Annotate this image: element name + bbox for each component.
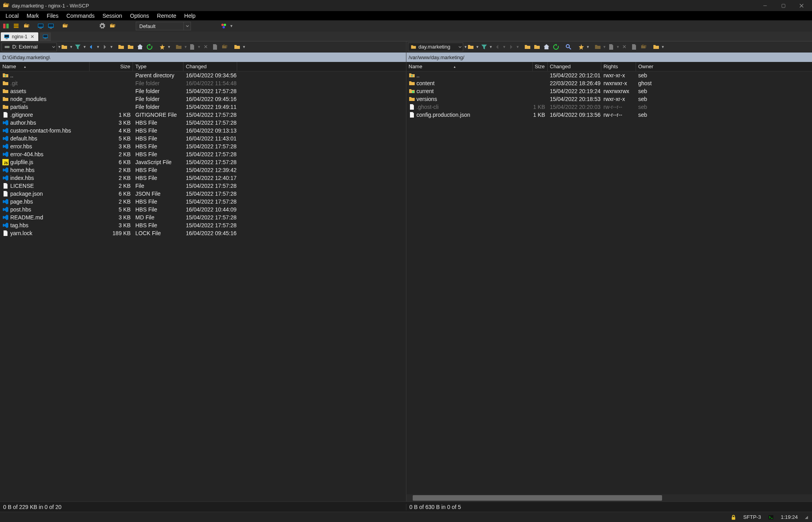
remote-parent-button[interactable] bbox=[523, 43, 532, 51]
compare-button[interactable] bbox=[22, 22, 31, 30]
file-row[interactable]: ..Parent directory16/04/2022 09:34:56 bbox=[0, 71, 406, 79]
terminal-indicator[interactable] bbox=[768, 515, 774, 520]
new-session-button[interactable] bbox=[40, 32, 51, 41]
remote-path: /var/www/day.marketing/ bbox=[409, 54, 464, 60]
file-row[interactable]: .ghost-cli1 KB15/04/2022 20:20:03rw-r--r… bbox=[406, 103, 812, 111]
sync-button[interactable] bbox=[2, 22, 10, 30]
queue-button[interactable] bbox=[12, 22, 21, 30]
cell-size: 2 KB bbox=[90, 167, 133, 173]
remote-newdir-button[interactable] bbox=[652, 43, 660, 51]
menu-mark[interactable]: Mark bbox=[22, 11, 43, 20]
local-bookmark-button[interactable] bbox=[158, 43, 167, 51]
minimize-button[interactable]: ─ bbox=[756, 0, 774, 11]
remote-hscrollbar[interactable] bbox=[406, 494, 812, 501]
file-row[interactable]: .gitFile folder16/04/2022 11:54:48 bbox=[0, 79, 406, 87]
menu-remote[interactable]: Remote bbox=[153, 11, 180, 20]
local-forward-button[interactable] bbox=[100, 43, 109, 51]
local-newdir-button[interactable] bbox=[233, 43, 241, 51]
explorer-button[interactable] bbox=[47, 22, 55, 30]
file-row[interactable]: partialsFile folder15/04/2022 19:49:11 bbox=[0, 103, 406, 111]
local-parent-button[interactable] bbox=[117, 43, 125, 51]
scrollbar-thumb[interactable] bbox=[413, 495, 662, 501]
cell-changed: 15/04/2022 17:57:28 bbox=[183, 198, 237, 205]
commander-button[interactable] bbox=[36, 22, 45, 30]
preferences-button[interactable] bbox=[98, 22, 107, 30]
remote-col-name[interactable]: Name▴ bbox=[406, 62, 533, 71]
remote-drive-dropdown[interactable]: day.marketing bbox=[408, 43, 463, 51]
file-row[interactable]: error.hbs3 KBHBS File15/04/2022 17:57:28 bbox=[0, 142, 406, 150]
file-icon bbox=[2, 183, 9, 189]
file-row[interactable]: ..15/04/2022 20:12:01rwxr-xr-xseb bbox=[406, 71, 812, 79]
file-row[interactable]: home.hbs2 KBHBS File15/04/2022 12:39:42 bbox=[0, 166, 406, 174]
file-row[interactable]: error-404.hbs2 KBHBS File15/04/2022 17:5… bbox=[0, 150, 406, 158]
remote-open-folder-button[interactable] bbox=[466, 43, 475, 51]
menu-local[interactable]: Local bbox=[2, 11, 22, 20]
remote-refresh-button[interactable] bbox=[552, 43, 560, 51]
local-open-folder-button[interactable] bbox=[60, 43, 69, 51]
maximize-button[interactable]: ▢ bbox=[774, 0, 792, 11]
remote-root-button[interactable] bbox=[533, 43, 541, 51]
file-row[interactable]: LICENSE2 KBFile15/04/2022 17:57:28 bbox=[0, 182, 406, 190]
menu-help[interactable]: Help bbox=[180, 11, 200, 20]
remote-col-owner[interactable]: Owner bbox=[636, 62, 668, 71]
local-filter-button[interactable] bbox=[73, 43, 82, 51]
remote-col-size[interactable]: Size bbox=[533, 62, 548, 71]
file-row[interactable]: current15/04/2022 20:19:24rwxrwxrwxseb bbox=[406, 87, 812, 95]
local-file-list[interactable]: ..Parent directory16/04/2022 09:34:56.gi… bbox=[0, 71, 406, 501]
local-path-bar[interactable]: D:\Git\day.marketing\ bbox=[0, 52, 406, 62]
file-row[interactable]: post.hbs5 KBHBS File16/04/2022 10:44:09 bbox=[0, 206, 406, 213]
local-col-size[interactable]: Size bbox=[90, 62, 133, 71]
file-row[interactable]: node_modulesFile folder16/04/2022 09:45:… bbox=[0, 95, 406, 103]
transfer-preset-combo[interactable]: Default bbox=[136, 22, 191, 30]
file-row[interactable]: assetsFile folder15/04/2022 17:57:28 bbox=[0, 87, 406, 95]
file-row[interactable]: tag.hbs3 KBHBS File15/04/2022 17:57:28 bbox=[0, 221, 406, 229]
local-root-button[interactable] bbox=[126, 43, 135, 51]
local-col-changed[interactable]: Changed bbox=[183, 62, 237, 71]
file-row[interactable]: package.json6 KBJSON File15/04/2022 17:5… bbox=[0, 190, 406, 198]
remote-col-rights[interactable]: Rights bbox=[601, 62, 636, 71]
menu-options[interactable]: Options bbox=[126, 11, 153, 20]
cell-changed: 16/04/2022 09:13:13 bbox=[183, 127, 237, 134]
remote-file-list[interactable]: ..15/04/2022 20:12:01rwxr-xr-xsebcontent… bbox=[406, 71, 812, 501]
remote-path-bar[interactable]: /var/www/day.marketing/ bbox=[406, 52, 812, 62]
file-row[interactable]: versions15/04/2022 20:18:53rwxr-xr-xseb bbox=[406, 95, 812, 103]
chevron-down-icon bbox=[457, 43, 463, 51]
sync-browse-button[interactable] bbox=[61, 22, 69, 30]
file-row[interactable]: default.hbs5 KBHBS File16/04/2022 11:43:… bbox=[0, 135, 406, 142]
remote-bookmark-button[interactable] bbox=[577, 43, 586, 51]
local-col-type[interactable]: Type bbox=[133, 62, 183, 71]
close-button[interactable] bbox=[792, 0, 810, 11]
menu-commands[interactable]: Commands bbox=[62, 11, 99, 20]
file-row[interactable]: config.production.json1 KB16/04/2022 09:… bbox=[406, 111, 812, 119]
file-row[interactable]: yarn.lock189 KBLOCK File16/04/2022 09:45… bbox=[0, 229, 406, 237]
remote-delete-button: ✕ bbox=[620, 43, 629, 51]
local-home-button[interactable] bbox=[136, 43, 144, 51]
color-button[interactable] bbox=[219, 22, 228, 30]
svg-point-18 bbox=[224, 24, 226, 26]
local-back-button[interactable] bbox=[87, 43, 95, 51]
file-row[interactable]: .gitignore1 KBGITIGNORE File15/04/2022 1… bbox=[0, 111, 406, 119]
menu-session[interactable]: Session bbox=[99, 11, 126, 20]
resize-grip[interactable]: ◢ bbox=[805, 515, 808, 519]
cell-name: config.production.json bbox=[406, 112, 533, 118]
remote-find-button[interactable] bbox=[564, 43, 573, 51]
transfer-settings-button[interactable] bbox=[108, 22, 117, 30]
file-row[interactable]: gulpfile.js6 KBJavaScript File15/04/2022… bbox=[0, 158, 406, 166]
file-row[interactable]: content22/03/2022 18:26:49rwxrwxr-xghost bbox=[406, 79, 812, 87]
file-row[interactable]: index.hbs2 KBHBS File15/04/2022 12:40:17 bbox=[0, 174, 406, 182]
close-tab-button[interactable]: ✕ bbox=[30, 34, 35, 39]
local-drive-dropdown[interactable]: D: External bbox=[2, 43, 57, 51]
remote-col-changed[interactable]: Changed bbox=[548, 62, 601, 71]
local-col-name[interactable]: Name▴ bbox=[0, 62, 90, 71]
cell-rights: rw-r--r-- bbox=[601, 104, 636, 110]
file-row[interactable]: author.hbs3 KBHBS File15/04/2022 17:57:2… bbox=[0, 119, 406, 127]
remote-filter-button[interactable] bbox=[480, 43, 488, 51]
file-row[interactable]: custom-contact-form.hbs4 KBHBS File16/04… bbox=[0, 127, 406, 135]
session-tab-nginx[interactable]: nginx-1 ✕ bbox=[1, 32, 38, 41]
menu-files[interactable]: Files bbox=[43, 11, 63, 20]
file-row[interactable]: README.md3 KBMD File15/04/2022 17:57:28 bbox=[0, 213, 406, 221]
encryption-indicator[interactable] bbox=[731, 515, 736, 520]
remote-home-button[interactable] bbox=[542, 43, 551, 51]
file-row[interactable]: page.hbs2 KBHBS File15/04/2022 17:57:28 bbox=[0, 198, 406, 206]
local-refresh-button[interactable] bbox=[145, 43, 154, 51]
